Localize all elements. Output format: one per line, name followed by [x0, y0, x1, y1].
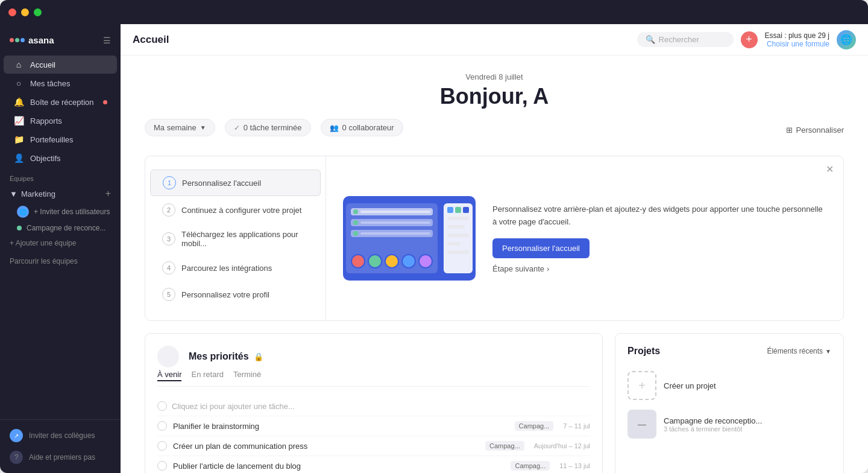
- task-item-3[interactable]: Publier l'article de lancement du blog C…: [157, 456, 590, 473]
- task-name-1: Planifier le brainstorming: [173, 422, 509, 431]
- task-check-3: [157, 461, 167, 471]
- stat-taches-terminees[interactable]: ✓ 0 tâche terminée: [225, 119, 311, 136]
- bell-icon: 🔔: [13, 97, 24, 107]
- hero-stats: Ma semaine ▼ ✓ 0 tâche terminée 👥 0 coll…: [145, 119, 403, 136]
- steps-card: 1 Personnalisez l'accueil 2 Continuez à …: [145, 156, 844, 321]
- team-marketing-header[interactable]: ▼ Marketing +: [0, 185, 121, 203]
- hero-greeting: Bonjour, A: [145, 84, 844, 109]
- sidebar-item-portefeuilles[interactable]: 📁 Portefeuilles: [4, 130, 117, 148]
- recent-filter-button[interactable]: Éléments récents ▼: [767, 347, 831, 355]
- sidebar-footer: ↗ Inviter des collègues ? Aide et premie…: [0, 419, 121, 473]
- checkmark-icon: ✓: [234, 124, 240, 132]
- close-button[interactable]: [8, 8, 16, 16]
- stat-collaborateurs[interactable]: 👥 0 collaborateur: [321, 119, 403, 136]
- step-item-4[interactable]: 4 Parcourez les intégrations: [150, 255, 321, 281]
- project-info-1: Campagne de reconceptio... 3 tâches à te…: [664, 416, 831, 433]
- content-area: Vendredi 8 juillet Bonjour, A Ma semaine…: [121, 56, 868, 473]
- task-item-1[interactable]: Planifier le brainstorming Campag... 7 –…: [157, 416, 590, 436]
- hero-date: Vendredi 8 juillet: [145, 72, 844, 81]
- taches-label: 0 tâche terminée: [244, 123, 302, 132]
- collaborators-icon: 👥: [330, 124, 339, 132]
- close-steps-button[interactable]: ✕: [826, 163, 834, 175]
- step-label-5: Personnalisez votre profil: [181, 290, 269, 299]
- hamburger-icon[interactable]: ☰: [103, 36, 111, 45]
- maximize-button[interactable]: [34, 8, 42, 16]
- steps-preview-text: Personnalisez votre arrière-plan et ajou…: [492, 203, 826, 229]
- chevron-down-icon: ▼: [10, 189, 17, 198]
- task-date-3: 11 – 13 jul: [559, 462, 590, 469]
- browse-teams-button[interactable]: Parcourir les équipes: [0, 253, 121, 269]
- stat-ma-semaine[interactable]: Ma semaine ▼: [145, 119, 215, 136]
- minimize-button[interactable]: [21, 8, 29, 16]
- projects-title: Projets: [627, 346, 660, 357]
- step-item-2[interactable]: 2 Continuez à configurer votre projet: [150, 197, 321, 223]
- help-label: Aide et premiers pas: [29, 453, 95, 462]
- campaign-project-item[interactable]: Campagne de reconce...: [0, 221, 121, 235]
- sidebar-item-label: Portefeuilles: [30, 135, 74, 144]
- steps-cta-button[interactable]: Personnaliser l'accueil: [492, 238, 590, 258]
- sidebar-item-label: Accueil: [30, 60, 55, 69]
- user-avatar-button[interactable]: 🌐: [837, 30, 856, 49]
- step-item-5[interactable]: 5 Personnalisez votre profil: [150, 282, 321, 307]
- project-item-1[interactable]: — Campagne de reconceptio... 3 tâches à …: [627, 405, 831, 443]
- tab-termine[interactable]: Terminé: [233, 370, 261, 381]
- task-name-2: Créer un plan de communication press: [173, 442, 479, 451]
- step-label-2: Continuez à configurer votre projet: [181, 206, 301, 215]
- task-check-2: [157, 441, 167, 451]
- sidebar-item-label: Rapports: [30, 116, 62, 125]
- teams-section-label: Équipes: [0, 168, 121, 185]
- step-number-5: 5: [162, 288, 175, 301]
- sidebar-item-rapports[interactable]: 📈 Rapports: [4, 112, 117, 130]
- steps-next-button[interactable]: Étape suivante ›: [492, 264, 549, 273]
- step-number-1: 1: [163, 176, 176, 189]
- sidebar-item-accueil[interactable]: ⌂ Accueil: [4, 56, 117, 74]
- tab-en-retard[interactable]: En retard: [191, 370, 223, 381]
- priorities-header: Mes priorités 🔒: [157, 346, 590, 367]
- steps-preview: ✕: [326, 156, 843, 320]
- titlebar: [0, 0, 868, 24]
- sidebar-nav: ⌂ Accueil ○ Mes tâches 🔔 Boîte de récept…: [0, 55, 121, 419]
- invite-avatar: ↗: [10, 429, 23, 442]
- tab-a-venir[interactable]: À venir: [157, 370, 181, 381]
- search-box[interactable]: 🔍 Rechercher: [637, 32, 734, 47]
- step-number-3: 3: [162, 232, 175, 246]
- lock-icon: 🔒: [254, 352, 263, 361]
- campaign-label: Campagne de reconce...: [27, 224, 105, 232]
- priorities-avatar: [157, 346, 179, 367]
- task-check-1: [157, 421, 167, 431]
- search-input: Rechercher: [659, 35, 699, 44]
- invite-users-item[interactable]: 🌐 + Inviter des utilisateurs: [0, 203, 121, 221]
- trial-link[interactable]: Choisir une formule: [767, 40, 829, 48]
- bottom-section: Mes priorités 🔒 À venir En retard Termin…: [145, 333, 844, 473]
- step-item-1[interactable]: 1 Personnalisez l'accueil: [150, 170, 321, 196]
- sidebar-item-objectifs[interactable]: 👤 Objectifs: [4, 149, 117, 167]
- task-date-1: 7 – 11 jul: [563, 422, 590, 430]
- step-item-3[interactable]: 3 Téléchargez les applications pour mobi…: [150, 224, 321, 254]
- sidebar-item-mes-taches[interactable]: ○ Mes tâches: [4, 74, 117, 92]
- person-icon: 👤: [13, 153, 24, 163]
- logo-dot-green: [15, 38, 19, 42]
- invite-users-label: + Inviter des utilisateurs: [34, 208, 110, 216]
- team-add-button[interactable]: +: [105, 188, 111, 199]
- step-label-1: Personnalisez l'accueil: [182, 179, 261, 188]
- task-item-2[interactable]: Créer un plan de communication press Cam…: [157, 436, 590, 456]
- invite-collegues-label: Inviter des collègues: [29, 431, 95, 440]
- project-dash-icon: —: [638, 419, 646, 429]
- sidebar-item-boite-reception[interactable]: 🔔 Boîte de réception: [4, 93, 117, 111]
- sidebar-item-label: Boîte de réception: [30, 98, 94, 107]
- create-project-item[interactable]: + Créer un projet: [627, 366, 831, 405]
- priorities-card: Mes priorités 🔒 À venir En retard Termin…: [145, 333, 603, 473]
- chevron-down-icon: ▼: [200, 124, 206, 131]
- personalize-button[interactable]: ⊞ Personnaliser: [786, 125, 844, 135]
- invite-collegues-item[interactable]: ↗ Inviter des collègues: [0, 425, 121, 446]
- priorities-tabs: À venir En retard Terminé: [157, 370, 590, 387]
- add-team-button[interactable]: + Ajouter une équipe: [0, 235, 121, 251]
- sidebar-logo-area: asana ☰: [0, 29, 121, 55]
- help-item[interactable]: ? Aide et premiers pas: [0, 446, 121, 468]
- add-task-row[interactable]: Cliquez ici pour ajouter une tâche...: [157, 396, 590, 416]
- sidebar-item-label: Objectifs: [30, 154, 61, 163]
- add-button[interactable]: +: [741, 31, 758, 48]
- add-task-label: Cliquez ici pour ajouter une tâche...: [172, 402, 295, 411]
- logo-dot-red: [10, 38, 14, 42]
- sidebar: asana ☰ ⌂ Accueil ○ Mes tâches 🔔 Boîte d…: [0, 24, 121, 473]
